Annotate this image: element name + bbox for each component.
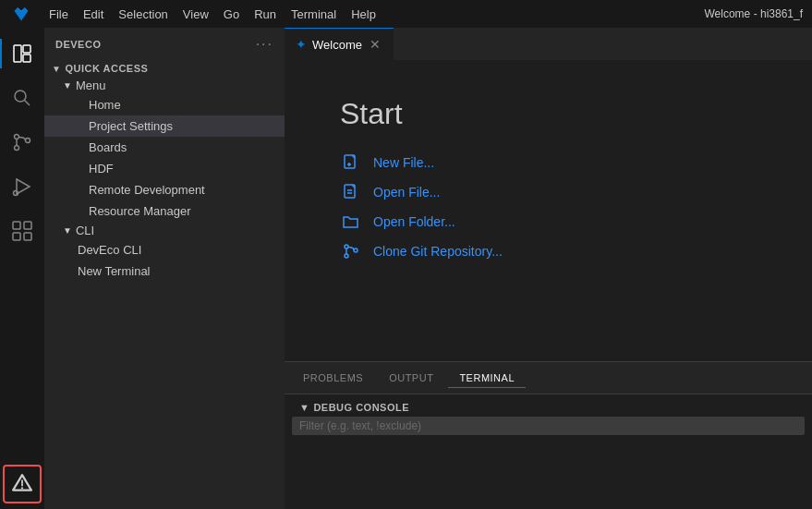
open-folder-label: Open Folder...: [373, 214, 455, 229]
activity-deveco-container: [3, 465, 42, 503]
activity-search[interactable]: [0, 76, 44, 120]
svg-point-5: [15, 135, 19, 139]
main-area: DEVECO ··· ▼ QUICK ACCESS ▼ Menu Home Pr…: [0, 28, 812, 509]
menu-terminal[interactable]: Terminal: [284, 4, 344, 25]
open-folder-icon: [340, 212, 362, 231]
svg-marker-8: [17, 179, 30, 194]
activity-explorer[interactable]: [0, 31, 44, 76]
svg-point-27: [345, 254, 348, 258]
menu-item-remote-development[interactable]: Remote Development: [44, 179, 285, 200]
sidebar-more-button[interactable]: ···: [256, 36, 273, 53]
welcome-start-title: Start: [340, 97, 757, 131]
quick-access-header[interactable]: ▼ QUICK ACCESS: [44, 60, 285, 77]
debug-console-header: ▼ DEBUG CONSOLE: [292, 398, 805, 417]
menu-file[interactable]: File: [42, 4, 76, 25]
menu-item-resource-manager[interactable]: Resource Manager: [44, 200, 285, 222]
menu-selection[interactable]: Selection: [111, 4, 175, 25]
cli-item-deveco-cli[interactable]: DevEco CLI: [44, 239, 285, 261]
debug-console-label: DEBUG CONSOLE: [313, 402, 409, 413]
menu-help[interactable]: Help: [344, 4, 383, 25]
svg-rect-0: [14, 45, 21, 62]
cli-item-new-terminal[interactable]: New Terminal: [44, 261, 285, 282]
new-file-label: New File...: [373, 155, 434, 170]
svg-point-9: [14, 191, 18, 196]
open-file-label: Open File...: [373, 185, 440, 200]
cli-chevron: ▼: [63, 225, 72, 236]
debug-console-chevron: ▼: [299, 402, 309, 413]
welcome-page: Start New File...: [285, 60, 812, 361]
clone-git-action[interactable]: Clone Git Repository...: [340, 242, 757, 261]
menu-item-boards[interactable]: Boards: [44, 137, 285, 158]
panel-tab-terminal[interactable]: TERMINAL: [448, 369, 526, 388]
app-logo: [0, 6, 42, 22]
sidebar-content: ▼ QUICK ACCESS ▼ Menu Home Project Setti…: [44, 60, 285, 509]
panel-tab-problems[interactable]: PROBLEMS: [292, 369, 374, 387]
menu-chevron: ▼: [63, 80, 72, 91]
menu-item-home[interactable]: Home: [44, 94, 285, 115]
new-file-icon: [340, 153, 362, 172]
open-folder-action[interactable]: Open Folder...: [340, 212, 757, 231]
menu-item-project-settings[interactable]: Project Settings: [44, 115, 285, 137]
svg-rect-10: [13, 222, 20, 229]
cli-subsection-label: CLI: [76, 224, 94, 237]
svg-rect-1: [23, 45, 30, 53]
cli-subsection-header[interactable]: ▼ CLI: [44, 222, 285, 239]
svg-point-26: [345, 245, 348, 248]
activity-source-control[interactable]: [0, 120, 44, 164]
tab-logo-icon: ✦: [296, 37, 307, 52]
menu-edit[interactable]: Edit: [76, 4, 111, 25]
open-file-action[interactable]: Open File...: [340, 183, 757, 201]
clone-git-label: Clone Git Repository...: [373, 244, 503, 259]
activity-extensions[interactable]: [0, 209, 44, 253]
sidebar: DEVECO ··· ▼ QUICK ACCESS ▼ Menu Home Pr…: [44, 28, 285, 509]
svg-line-4: [25, 101, 30, 106]
menu-run[interactable]: Run: [247, 4, 284, 25]
tab-welcome-label: Welcome: [312, 38, 362, 52]
svg-rect-11: [24, 222, 31, 229]
menu-subsection-label: Menu: [76, 79, 106, 92]
clone-git-icon: [340, 242, 362, 261]
panel-tab-bar: PROBLEMS OUTPUT TERMINAL: [285, 362, 812, 394]
sidebar-header: DEVECO ···: [44, 28, 285, 60]
debug-console-filter-input[interactable]: [292, 417, 805, 435]
svg-point-3: [15, 91, 26, 102]
svg-rect-13: [24, 233, 31, 240]
tab-close-button[interactable]: ✕: [368, 37, 382, 52]
panel-tab-output[interactable]: OUTPUT: [378, 369, 444, 387]
activity-run-debug[interactable]: [0, 164, 44, 209]
tab-bar: ✦ Welcome ✕: [285, 28, 812, 60]
editor-area: ✦ Welcome ✕ Start New File...: [285, 28, 812, 509]
svg-point-17: [21, 487, 23, 489]
tab-welcome[interactable]: ✦ Welcome ✕: [285, 28, 394, 60]
activity-bar: [0, 28, 44, 509]
panel-content: ▼ DEBUG CONSOLE: [285, 394, 812, 509]
menu-subsection-header[interactable]: ▼ Menu: [44, 77, 285, 94]
svg-rect-2: [23, 55, 30, 62]
menu-go[interactable]: Go: [216, 4, 247, 25]
svg-point-6: [15, 146, 19, 151]
window-title: Welcome - hi3861_f: [705, 7, 813, 20]
new-file-action[interactable]: New File...: [340, 153, 757, 172]
menu-view[interactable]: View: [176, 4, 216, 25]
quick-access-label: QUICK ACCESS: [65, 63, 148, 74]
menu-bar: File Edit Selection View Go Run Terminal…: [42, 4, 705, 25]
quick-access-chevron: ▼: [52, 64, 61, 74]
panel-area: PROBLEMS OUTPUT TERMINAL ▼ DEBUG CONSOLE: [285, 361, 812, 509]
svg-rect-12: [13, 233, 20, 240]
sidebar-title: DEVECO: [55, 39, 101, 50]
titlebar: File Edit Selection View Go Run Terminal…: [0, 0, 812, 28]
open-file-icon: [340, 183, 362, 201]
menu-item-hdf[interactable]: HDF: [44, 158, 285, 179]
activity-deveco[interactable]: [3, 465, 42, 503]
